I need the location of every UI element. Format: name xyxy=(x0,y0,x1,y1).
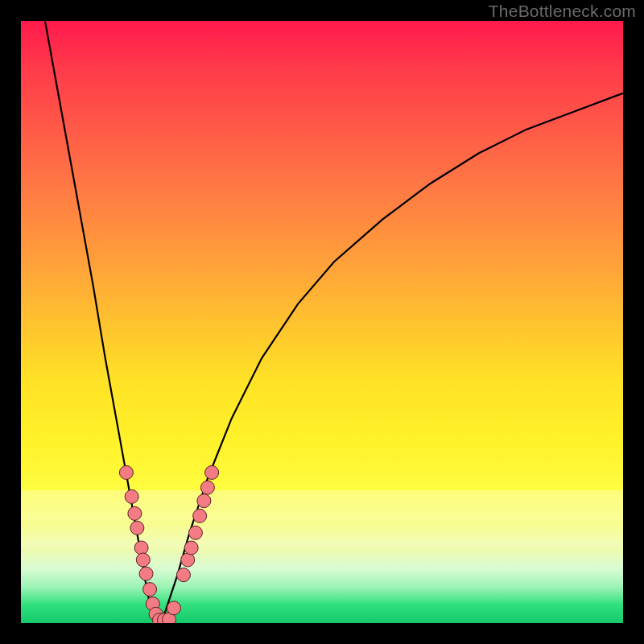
data-marker xyxy=(193,509,207,522)
data-marker xyxy=(176,568,190,582)
data-marker xyxy=(143,583,157,597)
curve-right-branch xyxy=(159,93,623,623)
data-marker xyxy=(128,506,142,520)
data-marker xyxy=(125,489,138,503)
data-marker xyxy=(197,494,211,508)
data-marker xyxy=(188,526,202,539)
curve-layer xyxy=(21,21,623,623)
data-marker xyxy=(119,466,133,480)
data-marker xyxy=(167,601,180,615)
data-marker xyxy=(200,481,214,494)
data-marker xyxy=(184,541,198,555)
data-marker xyxy=(181,553,195,567)
data-marker xyxy=(130,521,144,535)
data-marker xyxy=(134,541,148,555)
watermark-text: TheBottleneck.com xyxy=(489,2,636,21)
data-marker xyxy=(139,567,153,580)
plot-frame xyxy=(21,21,623,623)
data-marker xyxy=(136,553,150,567)
data-marker xyxy=(205,466,219,480)
